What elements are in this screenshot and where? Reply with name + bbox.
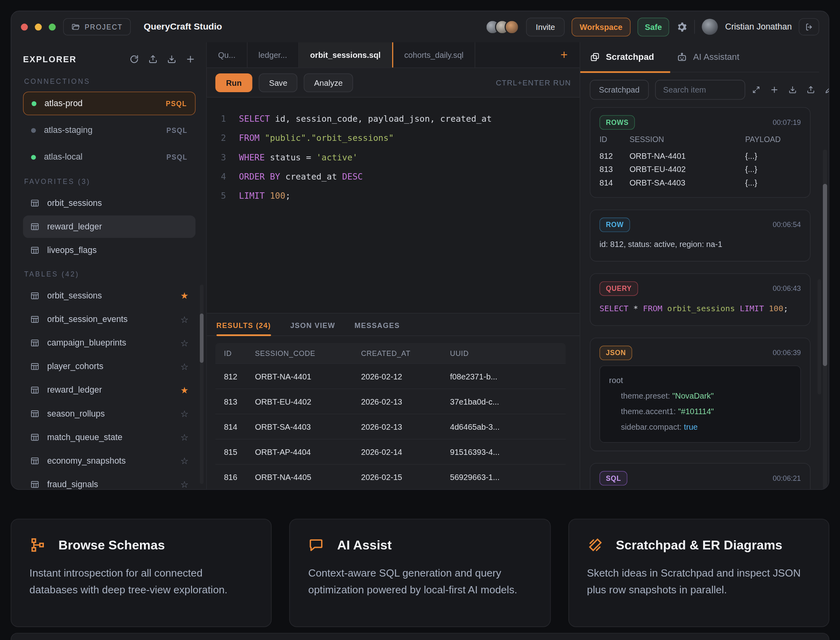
maximize-window-button[interactable] (49, 23, 55, 30)
collaborator-avatars (485, 20, 519, 34)
rows-badge: ROWS (599, 115, 635, 130)
table-icon (30, 385, 39, 395)
star-icon[interactable]: ☆ (180, 456, 188, 466)
table-row[interactable]: 814ORBT-SA-44032026-02-134d6465ab-3... (215, 414, 566, 439)
workspace-badge[interactable]: Workspace (572, 18, 630, 36)
feature-description: Sketch ideas in Scratchpad and inspect J… (587, 565, 811, 598)
star-icon[interactable]: ☆ (180, 408, 188, 419)
table-item[interactable]: orbit_session_events ☆ (23, 308, 195, 330)
run-button[interactable]: Run (215, 73, 252, 92)
editor-tab-label: cohorts_daily.sql (404, 50, 464, 59)
robot-icon (676, 52, 687, 63)
table-item[interactable]: fraud_signals ☆ (23, 473, 195, 489)
invite-button[interactable]: Invite (526, 18, 565, 36)
connection-item-atlas-staging[interactable]: atlas-staging PSQL (23, 119, 195, 142)
add-icon[interactable] (770, 85, 779, 95)
json-tree: root theme.preset: "NovaDark" theme.acce… (599, 365, 801, 442)
pencil-icon[interactable] (824, 85, 829, 95)
editor-tab[interactable]: cohorts_daily.sql (393, 42, 475, 67)
logout-button[interactable] (799, 18, 819, 36)
shortcut-hint: CTRL+ENTER RUN (496, 78, 571, 87)
expand-icon[interactable] (751, 85, 761, 95)
scratch-card-sql[interactable]: SQL 00:06:21 UPDATE liveops_flags SET en… (590, 463, 810, 489)
json-entry: sidebar.compact: true (609, 419, 791, 435)
feature-card-browse-schemas: Browse Schemas Instant introspection for… (11, 519, 272, 627)
tab-json-view[interactable]: JSON VIEW (290, 322, 335, 336)
analyze-button[interactable]: Analyze (304, 73, 353, 92)
table-item-label: campaign_blueprints (47, 338, 126, 348)
scratch-card-query[interactable]: QUERY 00:06:43 SELECT * FROM orbit_sessi… (590, 273, 810, 326)
mini-table-row: 813ORBT-EU-4402{...} (599, 162, 801, 176)
tab-messages[interactable]: MESSAGES (355, 322, 400, 336)
tabbar-spacer (475, 42, 549, 67)
project-button[interactable]: PROJECT (63, 18, 130, 36)
star-icon[interactable]: ★ (180, 385, 188, 395)
search-input[interactable] (655, 80, 745, 100)
upload-icon[interactable] (148, 54, 158, 65)
close-window-button[interactable] (21, 23, 28, 30)
new-tab-button[interactable]: + (548, 42, 580, 67)
table-item[interactable]: season_rollups ☆ (23, 403, 195, 425)
download-icon[interactable] (167, 54, 177, 65)
explorer-title: EXPLORER (23, 54, 77, 64)
row-badge: ROW (599, 217, 630, 232)
table-row[interactable]: 816ORBT-NA-44052026-02-1556929663-1... (215, 464, 566, 489)
favorite-item-reward-ledger[interactable]: reward_ledger (23, 215, 195, 238)
tab-scratchpad[interactable]: Scratchpad (590, 52, 654, 62)
sidebar-scrollbar[interactable] (200, 284, 203, 484)
card-header: QUERY 00:06:43 (599, 281, 801, 296)
editor-tab[interactable]: ledger... (247, 42, 299, 67)
connection-item-atlas-local[interactable]: atlas-local PSQL (23, 145, 195, 169)
download-icon[interactable] (788, 85, 797, 95)
sidebar-scrollbar-thumb[interactable] (200, 314, 203, 363)
upload-icon[interactable] (806, 85, 815, 95)
code-line: 1 SELECT id, session_code, payload_json,… (207, 109, 580, 128)
scratch-card-row[interactable]: ROW 00:06:54 id: 812, status: active, re… (590, 209, 810, 261)
table-icon (30, 338, 39, 348)
star-icon[interactable]: ★ (180, 290, 188, 301)
table-item[interactable]: orbit_sessions ★ (23, 284, 195, 307)
connections-section-label: CONNECTIONS (24, 77, 194, 85)
scratchpad-scrollbar[interactable] (823, 150, 827, 490)
star-icon[interactable]: ☆ (180, 479, 188, 490)
scratch-card-json[interactable]: JSON 00:06:39 root theme.preset: "NovaDa… (590, 338, 810, 451)
star-icon[interactable]: ☆ (180, 432, 188, 443)
safe-badge[interactable]: Safe (637, 18, 669, 36)
table-item[interactable]: economy_snapshots ☆ (23, 450, 195, 472)
star-icon[interactable]: ☆ (180, 314, 188, 325)
table-item[interactable]: player_cohorts ☆ (23, 355, 195, 377)
table-item[interactable]: match_queue_state ☆ (23, 426, 195, 448)
table-item-label: reward_ledger (47, 385, 102, 395)
json-root-node[interactable]: root (609, 372, 791, 388)
table-row[interactable]: 815ORBT-AP-44042026-02-1491516393-4... (215, 439, 566, 464)
connection-item-atlas-prod[interactable]: atlas-prod PSQL (23, 92, 195, 115)
tab-ai-assistant[interactable]: AI Assistant (676, 52, 739, 63)
table-row[interactable]: 813ORBT-EU-44022026-02-1337e1ba0d-c... (215, 389, 566, 414)
scratchpad-cards: ROWS 00:07:19 ID SESSION PAYLOAD 812ORBT… (590, 107, 819, 490)
save-button[interactable]: Save (259, 73, 298, 92)
connection-name: atlas-staging (44, 125, 93, 135)
scratch-card-rows[interactable]: ROWS 00:07:19 ID SESSION PAYLOAD 812ORBT… (590, 107, 810, 198)
table-row[interactable]: 812ORBT-NA-44012026-02-12f08e2371-b... (215, 363, 566, 389)
minimize-window-button[interactable] (35, 23, 41, 30)
tab-results[interactable]: RESULTS (24) (217, 322, 271, 336)
sql-editor[interactable]: 1 SELECT id, session_code, payload_json,… (207, 97, 580, 313)
editor-tab[interactable]: Qu... (207, 42, 247, 67)
favorite-item-liveops-flags[interactable]: liveops_flags (23, 239, 195, 261)
column-header: SESSION_CODE (255, 349, 361, 357)
add-icon[interactable] (185, 54, 196, 65)
editor-tab-active[interactable]: orbit_sessions.sql (299, 42, 393, 67)
refresh-icon[interactable] (129, 54, 140, 65)
star-icon[interactable]: ☆ (180, 361, 188, 372)
gear-icon[interactable] (676, 21, 688, 32)
scratchpad-scrollbar-thumb[interactable] (823, 184, 827, 366)
schema-tree-icon (30, 537, 45, 553)
favorite-item-orbit-sessions[interactable]: orbit_sessions (23, 192, 195, 214)
feature-title: Scratchpad & ER Diagrams (616, 537, 782, 553)
project-button-label: PROJECT (85, 23, 123, 31)
star-icon[interactable]: ☆ (180, 338, 188, 348)
table-item[interactable]: reward_ledger ★ (23, 379, 195, 401)
favorite-item-label: liveops_flags (47, 245, 97, 255)
scratchpad-filter-button[interactable]: Scratchpad (590, 80, 649, 100)
table-item[interactable]: campaign_blueprints ☆ (23, 332, 195, 354)
